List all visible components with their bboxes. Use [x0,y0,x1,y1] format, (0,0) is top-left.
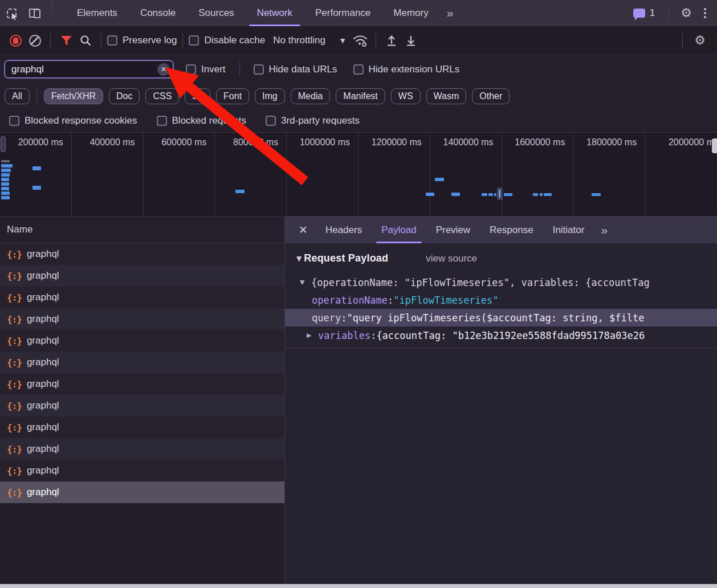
export-har-button[interactable] [401,31,421,50]
clear-icon [29,35,41,47]
more-details-tabs-icon[interactable]: » [594,217,614,243]
chip-ws[interactable]: WS [391,88,421,104]
view-source-link[interactable]: view source [426,253,477,264]
request-row[interactable]: {:}graphql [0,287,284,308]
chip-manifest[interactable]: Manifest [336,88,385,104]
payload-entry-variables[interactable]: ▶ variables: {accountTag: "b12e3b2192ee5… [285,326,717,344]
tree-expanded-icon[interactable]: ▼ [300,279,308,286]
chip-font[interactable]: Font [216,88,249,104]
checkbox-icon [157,116,167,126]
overview-left-handle[interactable] [1,136,6,152]
payload-root-row[interactable]: ▼ {operationName: "ipFlowTimeseries", va… [285,273,717,291]
tab-elements[interactable]: Elements [66,0,129,26]
network-settings-gear-icon[interactable]: ⚙ [689,34,711,47]
chip-css[interactable]: CSS [145,88,179,104]
request-row[interactable]: {:}graphql [0,243,284,265]
more-panels-icon[interactable]: » [440,0,461,26]
request-row[interactable]: {:}graphql [0,308,284,330]
chip-fetchxhr[interactable]: Fetch/XHR [44,88,103,104]
chip-media[interactable]: Media [291,88,331,104]
waterfall-bar [1,173,10,177]
chip-wasm[interactable]: Wasm [426,88,467,104]
inspect-cursor-icon [7,9,17,18]
json-braces-icon: {:} [7,357,22,368]
settings-gear-icon[interactable]: ⚙ [675,7,698,19]
message-count: 1 [650,7,655,19]
json-braces-icon: {:} [7,292,22,303]
waterfall-bar [435,178,444,181]
request-row[interactable]: {:}graphql [0,416,284,438]
divider [101,33,101,48]
waterfall-bar [488,193,493,196]
close-details-icon[interactable]: ✕ [291,217,316,243]
request-details-pane: ✕ HeadersPayloadPreviewResponseInitiator… [285,217,717,588]
preserve-log-checkbox[interactable]: Preserve log [107,35,177,46]
details-tab-payload[interactable]: Payload [372,217,426,243]
payload-panel: ▼ Request Payload view source ▼ {operati… [285,243,717,348]
request-name: graphql [27,487,59,498]
request-row[interactable]: {:}graphql [0,330,284,352]
clear-filter-icon[interactable]: ✕ [157,63,170,76]
hide-extension-urls-checkbox[interactable]: Hide extension URLs [353,64,460,75]
request-row[interactable]: {:}graphql [0,438,284,460]
divider [50,33,51,48]
chip-all[interactable]: All [5,88,30,104]
tab-network[interactable]: Network [246,0,304,26]
waterfall-bar [494,193,496,196]
checkbox-icon [266,116,276,126]
request-name: graphql [27,422,59,433]
inspect-element-button[interactable] [0,0,23,26]
overview-right-handle[interactable] [712,138,717,153]
tab-sources[interactable]: Sources [187,0,245,26]
json-braces-icon: {:} [7,314,22,325]
waterfall-bar [544,193,552,196]
kebab-menu-icon[interactable] [698,8,712,18]
request-row[interactable]: {:}graphql [0,265,284,287]
network-conditions-button[interactable] [351,31,370,50]
request-row[interactable]: {:}graphql [0,481,284,503]
request-row[interactable]: {:}graphql [0,373,284,395]
third-party-requests-checkbox[interactable]: 3rd-party requests [266,115,360,126]
device-toolbar-button[interactable] [23,0,46,26]
console-messages-icon[interactable] [633,9,645,18]
details-tab-preview[interactable]: Preview [426,217,480,243]
record-network-log-button[interactable] [6,31,25,50]
filter-input[interactable] [5,60,173,78]
tree-collapsed-icon[interactable]: ▶ [307,332,315,339]
tab-memory[interactable]: Memory [382,0,439,26]
request-row[interactable]: {:}graphql [0,395,284,416]
chevron-down-icon: ▼ [340,37,345,44]
chip-other[interactable]: Other [472,88,510,104]
name-column-header[interactable]: Name [0,217,284,243]
request-row[interactable]: {:}graphql [0,352,284,373]
network-overview-timeline[interactable]: 200000 ms400000 ms600000 ms800000 ms1000… [0,133,717,217]
details-tab-response[interactable]: Response [480,217,543,243]
clear-network-log-button[interactable] [25,31,44,50]
payload-entry-operationName[interactable]: operationName: "ipFlowTimeseries" [285,291,717,309]
chip-js[interactable]: JS [185,88,210,104]
filter-toggle-button[interactable] [56,31,76,50]
payload-entry-query[interactable]: query: "query ipFlowTimeseries($accountT… [285,309,717,326]
tab-performance[interactable]: Performance [304,0,382,26]
request-payload-header[interactable]: ▼ Request Payload view source [285,252,717,264]
resource-type-chips: AllFetch/XHRDocCSSJSFontImgMediaManifest… [0,84,717,109]
blocked-response-cookies-checkbox[interactable]: Blocked response cookies [9,115,137,126]
import-har-button[interactable] [382,31,401,50]
tab-console[interactable]: Console [129,0,187,26]
network-panels: Name {:}graphql{:}graphql{:}graphql{:}gr… [0,217,717,588]
invert-checkbox[interactable]: Invert [186,64,226,75]
chip-img[interactable]: Img [255,88,285,104]
section-title: Request Payload [304,252,388,264]
details-tab-headers[interactable]: Headers [316,217,372,243]
blocked-requests-checkbox[interactable]: Blocked requests [157,115,246,126]
disable-cache-checkbox[interactable]: Disable cache [189,35,265,46]
details-tab-initiator[interactable]: Initiator [543,217,594,243]
request-name: graphql [27,292,59,303]
devtools-tabbar: ElementsConsoleSourcesNetworkPerformance… [0,0,717,27]
search-network-button[interactable] [76,31,95,50]
request-row[interactable]: {:}graphql [0,460,284,481]
chip-doc[interactable]: Doc [109,88,140,104]
throttling-select[interactable]: No throttling ▼ [273,35,345,46]
checkbox-icon [9,116,19,126]
hide-data-urls-checkbox[interactable]: Hide data URLs [254,64,337,75]
